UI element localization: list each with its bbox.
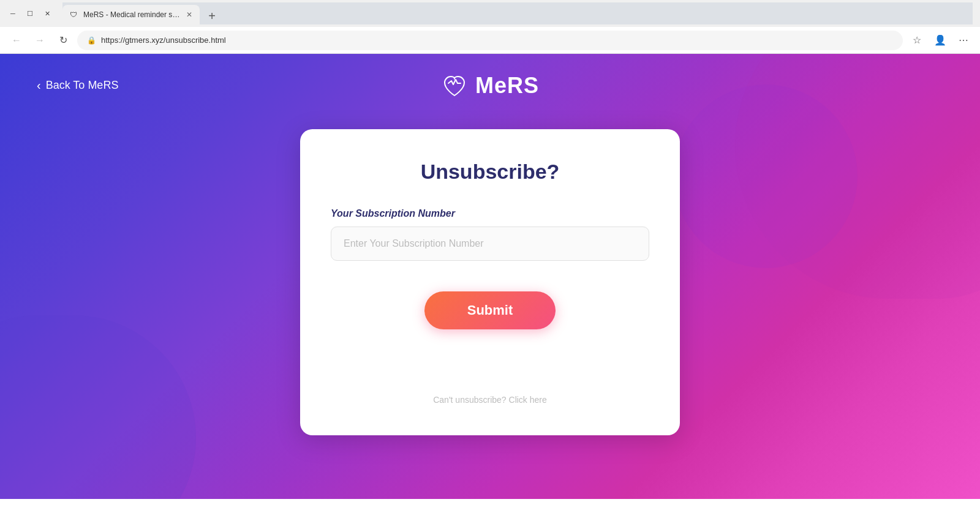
profile-icon[interactable]: 👤 (931, 31, 949, 50)
back-nav-button[interactable]: ← (7, 31, 26, 50)
card-title: Unsubscribe? (331, 160, 649, 184)
tab-bar: 🛡 MeRS - Medical reminder servic... ✕ + (62, 2, 973, 24)
browser-actions: ☆ 👤 ⋯ (908, 31, 973, 50)
menu-icon[interactable]: ⋯ (954, 31, 973, 50)
site-name: MeRS (475, 73, 539, 99)
unsubscribe-card: Unsubscribe? Your Subscription Number Su… (300, 129, 680, 435)
refresh-nav-button[interactable]: ↻ (54, 31, 72, 50)
window-controls: ─ ☐ ✕ (7, 8, 53, 19)
address-bar-row: ← → ↻ 🔒 https://gtmers.xyz/unsubscribe.h… (0, 27, 980, 54)
forward-nav-button[interactable]: → (31, 31, 49, 50)
site-logo: MeRS (441, 72, 539, 99)
url-text: https://gtmers.xyz/unsubscribe.html (101, 36, 226, 45)
minimize-button[interactable]: ─ (7, 8, 18, 19)
page-inner: ‹ Back To MeRS MeRS Unsubscribe? Your Su… (0, 54, 980, 499)
cant-unsubscribe-link[interactable]: Can't unsubscribe? Click here (331, 389, 649, 405)
tab-title: MeRS - Medical reminder servic... (83, 10, 181, 19)
page-content: ‹ Back To MeRS MeRS Unsubscribe? Your Su… (0, 54, 980, 499)
tab-close-icon[interactable]: ✕ (186, 10, 192, 19)
favorites-icon[interactable]: ☆ (908, 31, 926, 50)
tab-favicon-icon: 🛡 (70, 10, 78, 19)
subscription-number-label: Your Subscription Number (331, 208, 649, 219)
refresh-nav-icon: ↻ (59, 34, 67, 46)
title-bar: ─ ☐ ✕ 🛡 MeRS - Medical reminder servic..… (0, 0, 980, 27)
back-link-label: Back To MeRS (46, 79, 119, 92)
lock-icon: 🔒 (87, 36, 96, 45)
forward-nav-icon: → (35, 35, 45, 46)
close-button[interactable]: ✕ (42, 8, 53, 19)
card-wrapper: Unsubscribe? Your Subscription Number Su… (300, 117, 680, 499)
back-arrow-icon: ‹ (37, 78, 41, 92)
page-header: ‹ Back To MeRS MeRS (0, 54, 980, 117)
back-to-mers-link[interactable]: ‹ Back To MeRS (37, 78, 118, 92)
submit-button[interactable]: Submit (424, 291, 556, 329)
browser-chrome: ─ ☐ ✕ 🛡 MeRS - Medical reminder servic..… (0, 0, 980, 54)
back-nav-icon: ← (12, 35, 21, 46)
mers-logo-icon (441, 72, 468, 99)
maximize-button[interactable]: ☐ (24, 8, 36, 19)
cant-unsubscribe-anchor[interactable]: Can't unsubscribe? Click here (433, 395, 547, 405)
new-tab-button[interactable]: + (203, 7, 221, 24)
subscription-number-input[interactable] (331, 227, 649, 261)
address-bar[interactable]: 🔒 https://gtmers.xyz/unsubscribe.html (77, 31, 903, 50)
active-tab[interactable]: 🛡 MeRS - Medical reminder servic... ✕ (62, 5, 200, 24)
